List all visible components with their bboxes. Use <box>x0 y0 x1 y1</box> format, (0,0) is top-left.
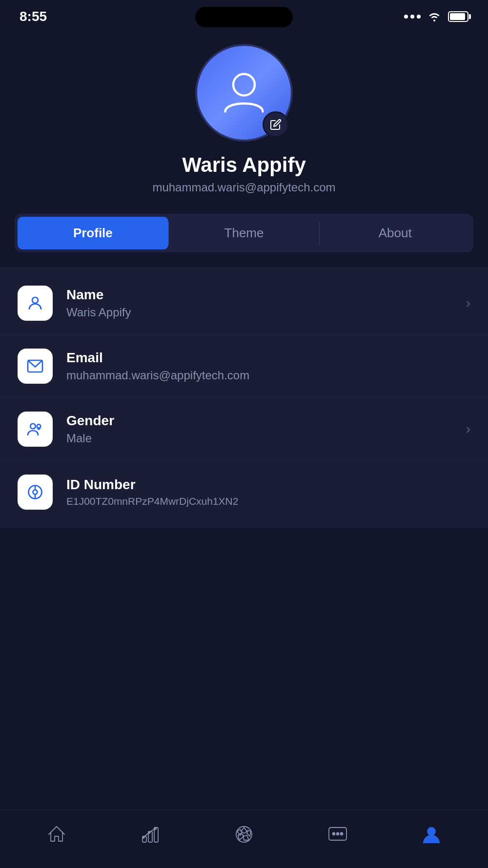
email-icon-wrap <box>18 349 53 384</box>
email-label: Email <box>66 350 470 366</box>
svg-point-0 <box>233 74 255 96</box>
battery-icon <box>448 11 468 22</box>
status-time: 8:55 <box>20 9 47 24</box>
svg-point-23 <box>337 832 339 835</box>
tabs-container: Profile Theme About <box>15 214 473 252</box>
gender-content: Gender Male <box>66 413 461 445</box>
svg-point-13 <box>148 831 150 833</box>
soccer-icon <box>231 821 257 847</box>
svg-marker-20 <box>237 829 242 835</box>
id-icon-wrap <box>18 475 53 510</box>
nav-stats[interactable] <box>103 821 197 847</box>
gender-icon-wrap <box>18 412 53 447</box>
profile-list: Name Waris Appify › Email muhammad.waris… <box>0 267 488 528</box>
name-label: Name <box>66 287 461 303</box>
svg-point-12 <box>142 836 144 838</box>
name-list-item[interactable]: Name Waris Appify › <box>0 272 488 335</box>
user-display-name: Waris Appify <box>182 153 306 177</box>
svg-point-22 <box>333 832 335 835</box>
tab-profile[interactable]: Profile <box>18 217 168 249</box>
profile-nav-icon <box>418 821 445 847</box>
mail-icon <box>26 357 44 375</box>
nav-messages[interactable] <box>291 821 385 847</box>
chart-icon <box>137 821 163 847</box>
name-value: Waris Appify <box>66 306 461 319</box>
name-content: Name Waris Appify <box>66 287 461 319</box>
signal-icon <box>404 15 421 19</box>
svg-point-14 <box>154 827 156 829</box>
chat-icon <box>325 821 351 847</box>
svg-point-6 <box>33 490 38 495</box>
email-content: Email muhammad.waris@appifytech.com <box>66 350 470 382</box>
id-list-item[interactable]: ID Number E1J00TZ0mnRPzP4MwrDjCxuh1XN2 <box>0 461 488 523</box>
avatar-container <box>195 44 293 142</box>
svg-marker-17 <box>247 830 251 836</box>
tab-about[interactable]: About <box>320 217 470 249</box>
svg-point-1 <box>32 297 38 303</box>
svg-point-24 <box>341 832 343 835</box>
avatar-person-icon <box>217 66 271 120</box>
name-chevron-icon: › <box>466 295 470 311</box>
gender-chevron-icon: › <box>466 421 470 437</box>
gender-label: Gender <box>66 413 461 429</box>
wifi-icon <box>427 12 441 21</box>
person-icon <box>26 294 44 312</box>
nav-profile[interactable] <box>385 821 478 847</box>
svg-point-3 <box>30 424 36 429</box>
home-icon <box>43 821 70 847</box>
email-value: muhammad.waris@appifytech.com <box>66 369 470 382</box>
name-icon-wrap <box>18 286 53 321</box>
id-content: ID Number E1J00TZ0mnRPzP4MwrDjCxuh1XN2 <box>66 477 470 507</box>
id-label: ID Number <box>66 477 470 493</box>
id-value: E1J00TZ0mnRPzP4MwrDjCxuh1XN2 <box>66 496 470 507</box>
nav-sports[interactable] <box>197 821 291 847</box>
gender-list-item[interactable]: Gender Male › <box>0 398 488 461</box>
svg-point-25 <box>427 827 435 835</box>
bottom-nav <box>0 809 488 868</box>
nav-home[interactable] <box>10 821 103 847</box>
gender-value: Male <box>66 432 461 445</box>
profile-header: Waris Appify muhammad.waris@appifytech.c… <box>0 29 488 209</box>
edit-icon <box>270 119 282 130</box>
edit-avatar-button[interactable] <box>263 111 289 138</box>
gender-person-icon <box>26 420 44 438</box>
user-display-email: muhammad.waris@appifytech.com <box>152 181 335 194</box>
status-icons <box>404 11 468 22</box>
id-icon <box>26 483 44 501</box>
email-list-item[interactable]: Email muhammad.waris@appifytech.com <box>0 335 488 398</box>
tab-theme[interactable]: Theme <box>169 217 320 249</box>
dynamic-island <box>195 7 293 27</box>
